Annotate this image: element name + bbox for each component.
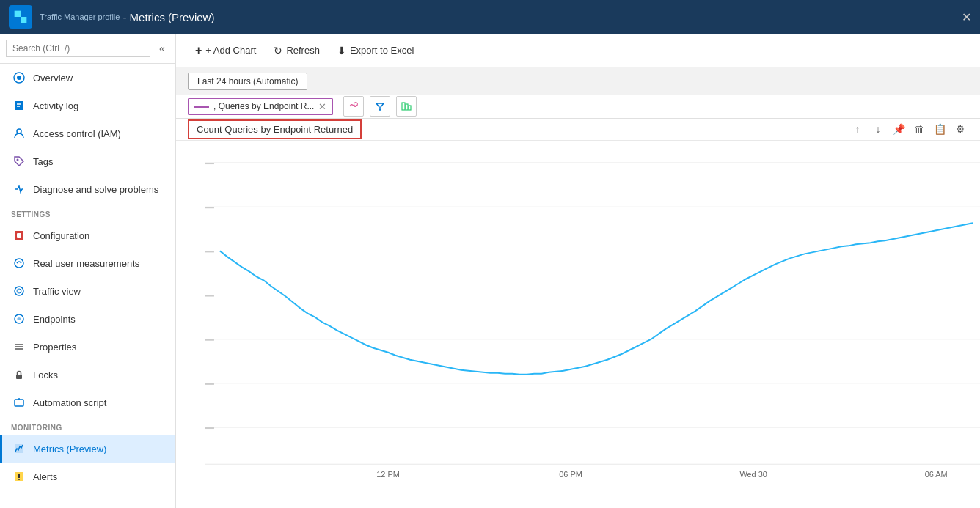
sidebar-item-activity-log[interactable]: Activity log: [0, 92, 175, 119]
svg-rect-46: [205, 427, 214, 429]
chart-area: , Queries by Endpoint R... ✕ Count Queri…: [176, 95, 980, 508]
sidebar-label-configuration: Configuration: [33, 230, 89, 241]
sidebar-item-tags[interactable]: Tags: [0, 147, 175, 175]
svg-point-27: [354, 103, 358, 106]
chart-title: Count Queries by Endpoint Returned: [188, 119, 362, 139]
toolbar: + + Add Chart ↻ Refresh ⬇ Export to Exce…: [176, 34, 980, 67]
metric-tag: , Queries by Endpoint R... ✕: [188, 98, 333, 115]
split-button[interactable]: [396, 96, 417, 117]
add-chart-button[interactable]: + + Add Chart: [188, 40, 263, 62]
close-button[interactable]: ✕: [962, 10, 971, 24]
sidebar-item-traffic-view[interactable]: Traffic view: [0, 277, 175, 305]
locks-icon: [11, 367, 27, 383]
sidebar-item-configuration[interactable]: Configuration: [0, 221, 175, 249]
sidebar-item-diagnose[interactable]: Diagnose and solve problems: [0, 175, 175, 203]
sidebar-item-alerts[interactable]: Alerts: [0, 463, 175, 490]
rum-icon: [11, 255, 27, 271]
filter-button[interactable]: [370, 96, 390, 117]
chart-svg: 12 PM 06 PM Wed 30 06 AM: [205, 148, 980, 486]
add-chart-icon: +: [195, 44, 202, 57]
sidebar-label-tags: Tags: [33, 156, 53, 167]
sort-desc-icon[interactable]: ↓: [870, 121, 886, 137]
svg-marker-28: [376, 103, 384, 110]
configuration-icon: [11, 227, 27, 243]
time-range-button[interactable]: Last 24 hours (Automatic): [188, 73, 307, 90]
sidebar-item-rum[interactable]: Real user measurements: [0, 249, 175, 277]
sidebar-label-automation: Automation script: [33, 397, 106, 408]
access-control-icon: [11, 125, 27, 141]
main-content: + + Add Chart ↻ Refresh ⬇ Export to Exce…: [176, 34, 980, 508]
svg-point-15: [17, 289, 21, 293]
svg-point-5: [17, 76, 21, 80]
main-layout: « Overview Activity log Access contr: [0, 34, 980, 508]
svg-rect-43: [205, 295, 214, 296]
activity-log-icon: [11, 97, 27, 114]
chart-title-bar: Count Queries by Endpoint Returned ↑ ↓ 📌…: [176, 119, 980, 141]
sidebar-item-access-control[interactable]: Access control (IAM): [0, 119, 175, 147]
topbar-subtitle: Traffic Manager profile: [40, 12, 120, 21]
sidebar-label-diagnose: Diagnose and solve problems: [33, 184, 158, 195]
svg-point-9: [17, 129, 21, 133]
pin-icon[interactable]: 📌: [891, 121, 907, 137]
svg-rect-29: [402, 103, 405, 110]
alerts-icon: [11, 468, 27, 485]
svg-point-10: [17, 159, 19, 161]
sidebar-item-endpoints[interactable]: Endpoints: [0, 305, 175, 333]
sidebar-label-rum: Real user measurements: [33, 258, 139, 269]
svg-rect-1: [21, 11, 26, 17]
sidebar-search-area: «: [0, 34, 175, 64]
svg-rect-41: [205, 207, 214, 208]
svg-text:06 AM: 06 AM: [925, 470, 948, 479]
sidebar: « Overview Activity log Access contr: [0, 34, 176, 508]
svg-rect-21: [15, 400, 23, 406]
sidebar-label-access-control: Access control (IAM): [33, 128, 121, 139]
sidebar-label-locks: Locks: [33, 369, 58, 380]
sidebar-item-metrics-preview[interactable]: Metrics (Preview): [0, 435, 175, 463]
svg-rect-31: [409, 106, 411, 110]
metric-tag-label: , Queries by Endpoint R...: [213, 101, 314, 111]
azure-logo: [9, 5, 32, 29]
settings-section-label: SETTINGS: [0, 203, 175, 221]
svg-rect-0: [15, 11, 21, 17]
svg-text:12 PM: 12 PM: [376, 470, 400, 479]
metric-color-line: [194, 106, 209, 108]
sidebar-label-overview: Overview: [33, 73, 73, 84]
svg-point-26: [18, 479, 20, 480]
traffic-view-icon: [11, 283, 27, 299]
search-input[interactable]: [6, 40, 150, 57]
sidebar-label-properties: Properties: [33, 342, 76, 353]
svg-text:Wed 30: Wed 30: [739, 470, 767, 479]
sidebar-item-automation[interactable]: Automation script: [0, 389, 175, 416]
monitoring-section-label: MONITORING: [0, 416, 175, 435]
add-metric-button[interactable]: [343, 96, 364, 117]
sidebar-item-overview[interactable]: Overview: [0, 64, 175, 92]
sidebar-label-traffic-view: Traffic view: [33, 286, 81, 297]
sidebar-label-endpoints: Endpoints: [33, 314, 76, 325]
metric-remove-button[interactable]: ✕: [318, 101, 326, 112]
svg-point-13: [15, 259, 23, 268]
add-chart-label: + Add Chart: [205, 45, 256, 56]
settings-chart-icon[interactable]: ⚙: [952, 121, 968, 137]
svg-rect-3: [21, 17, 26, 23]
share-icon[interactable]: 📋: [932, 121, 948, 137]
sidebar-item-locks[interactable]: Locks: [0, 361, 175, 389]
tags-icon: [11, 153, 27, 169]
sidebar-label-activity-log: Activity log: [33, 100, 78, 111]
refresh-label: Refresh: [286, 45, 320, 56]
diagnose-icon: [11, 181, 27, 197]
automation-icon: [11, 394, 27, 411]
properties-icon: [11, 339, 27, 355]
chart-canvas: 12 PM 06 PM Wed 30 06 AM: [176, 141, 980, 508]
refresh-button[interactable]: ↻ Refresh: [266, 40, 327, 61]
endpoints-icon: [11, 311, 27, 327]
export-button[interactable]: ⬇ Export to Excel: [330, 40, 421, 61]
export-label: Export to Excel: [350, 45, 414, 56]
svg-rect-6: [15, 101, 23, 110]
delete-icon[interactable]: 🗑: [911, 121, 927, 137]
svg-rect-20: [16, 375, 22, 379]
topbar: Traffic Manager profile - Metrics (Previ…: [0, 0, 980, 34]
sidebar-item-properties[interactable]: Properties: [0, 333, 175, 361]
sort-asc-icon[interactable]: ↑: [849, 121, 866, 137]
sidebar-collapse-button[interactable]: «: [155, 41, 169, 56]
time-range-bar: Last 24 hours (Automatic): [176, 67, 980, 95]
